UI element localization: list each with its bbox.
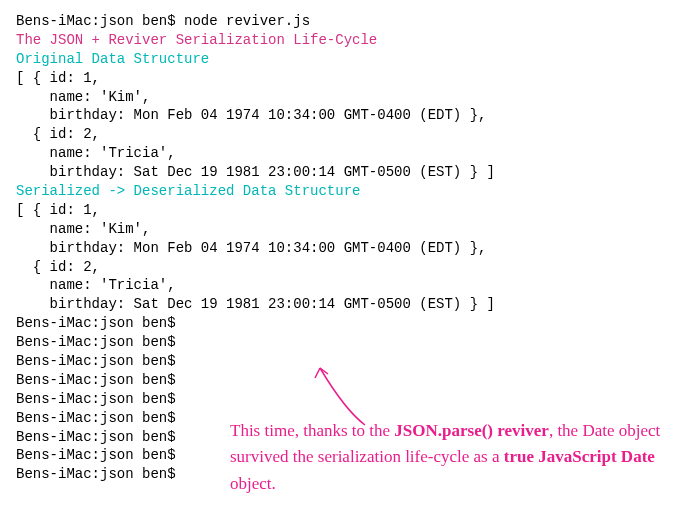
prompt: Bens-iMac:json ben$ [16,13,176,29]
empty-prompt: Bens-iMac:json ben$ [16,409,684,428]
data-line: birthday: Mon Feb 04 1974 10:34:00 GMT-0… [16,106,684,125]
section1-header: Original Data Structure [16,50,684,69]
data-line: name: 'Kim', [16,88,684,107]
data-line: birthday: Sat Dec 19 1981 23:00:14 GMT-0… [16,163,684,182]
data-line: { id: 2, [16,258,684,277]
empty-prompt: Bens-iMac:json ben$ [16,390,684,409]
title-line: The JSON + Reviver Serialization Life-Cy… [16,31,684,50]
empty-prompt: Bens-iMac:json ben$ [16,371,684,390]
data-line: name: 'Kim', [16,220,684,239]
data-line: birthday: Sat Dec 19 1981 23:00:14 GMT-0… [16,295,684,314]
data-line: [ { id: 1, [16,201,684,220]
command-text: node reviver.js [184,13,310,29]
empty-prompt: Bens-iMac:json ben$ [16,465,684,484]
empty-prompt: Bens-iMac:json ben$ [16,428,684,447]
data-line: name: 'Tricia', [16,276,684,295]
empty-prompt: Bens-iMac:json ben$ [16,352,684,371]
empty-prompt: Bens-iMac:json ben$ [16,333,684,352]
section2-header: Serialized -> Deserialized Data Structur… [16,182,684,201]
data-line: name: 'Tricia', [16,144,684,163]
data-line: [ { id: 1, [16,69,684,88]
terminal-output: Bens-iMac:json ben$ node reviver.js The … [16,12,684,484]
command-line: Bens-iMac:json ben$ node reviver.js [16,12,684,31]
data-line: { id: 2, [16,125,684,144]
empty-prompt: Bens-iMac:json ben$ [16,446,684,465]
empty-prompt: Bens-iMac:json ben$ [16,314,684,333]
data-line: birthday: Mon Feb 04 1974 10:34:00 GMT-0… [16,239,684,258]
